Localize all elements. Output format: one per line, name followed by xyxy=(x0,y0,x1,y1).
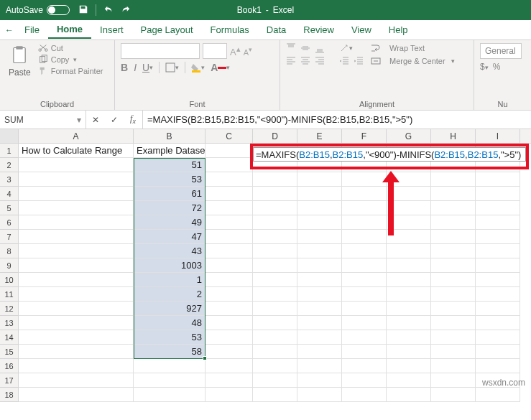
autosave-control[interactable]: AutoSave xyxy=(6,5,70,15)
cell[interactable] xyxy=(297,388,342,402)
cell[interactable] xyxy=(476,388,520,402)
cell[interactable] xyxy=(387,345,431,359)
cell[interactable] xyxy=(206,187,253,201)
cell[interactable] xyxy=(19,302,134,316)
cell[interactable] xyxy=(431,187,476,201)
tab-insert[interactable]: Insert xyxy=(91,22,132,38)
cell[interactable] xyxy=(134,373,206,388)
cell[interactable] xyxy=(206,215,253,230)
cell[interactable] xyxy=(206,373,253,388)
tab-view[interactable]: View xyxy=(343,22,380,38)
cell[interactable] xyxy=(253,187,297,201)
tab-file[interactable]: File xyxy=(16,22,48,38)
cell[interactable] xyxy=(134,359,206,373)
cell[interactable] xyxy=(387,359,431,373)
fill-color-button[interactable]: ▾ xyxy=(191,62,205,73)
tab-review[interactable]: Review xyxy=(295,22,343,38)
cell[interactable] xyxy=(431,244,476,258)
cell[interactable] xyxy=(253,373,297,388)
cell[interactable] xyxy=(387,373,431,388)
cell[interactable] xyxy=(297,373,342,388)
cell[interactable]: 72 xyxy=(134,201,206,215)
cell[interactable] xyxy=(342,330,387,345)
cell[interactable] xyxy=(19,158,134,172)
formula-input[interactable]: =MAXIFS(B2:B15,B2:B15,"<900")-MINIFS(B2:… xyxy=(143,111,531,129)
cell[interactable] xyxy=(206,244,253,258)
cell[interactable] xyxy=(297,330,342,345)
cell[interactable]: 51 xyxy=(134,158,206,172)
cell[interactable] xyxy=(387,273,431,287)
cell[interactable] xyxy=(206,345,253,359)
row-header[interactable]: 11 xyxy=(0,287,19,302)
row-header[interactable]: 7 xyxy=(0,230,19,244)
paste-button[interactable]: Paste xyxy=(6,43,34,98)
cell[interactable] xyxy=(476,316,520,330)
cell[interactable] xyxy=(206,359,253,373)
cell[interactable] xyxy=(342,287,387,302)
redo-icon[interactable] xyxy=(121,4,131,17)
cell[interactable] xyxy=(19,215,134,230)
cell[interactable] xyxy=(253,316,297,330)
cell[interactable] xyxy=(297,302,342,316)
cancel-formula-icon[interactable]: ✕ xyxy=(86,115,105,125)
cell[interactable] xyxy=(206,316,253,330)
spreadsheet-grid[interactable]: A B C D E F G H I 1 2 3 4 5 6 7 8 9 10 1… xyxy=(0,129,531,402)
cell[interactable] xyxy=(387,302,431,316)
cell[interactable] xyxy=(19,373,134,388)
tab-page-layout[interactable]: Page Layout xyxy=(132,22,202,38)
row-header[interactable]: 8 xyxy=(0,244,19,258)
cell[interactable] xyxy=(476,215,520,230)
cell[interactable] xyxy=(206,302,253,316)
cell[interactable] xyxy=(297,345,342,359)
cell[interactable] xyxy=(431,388,476,402)
cell[interactable] xyxy=(342,215,387,230)
row-header[interactable]: 10 xyxy=(0,273,19,287)
cell[interactable]: Example Dataset xyxy=(134,144,206,158)
cell[interactable] xyxy=(19,273,134,287)
tab-formulas[interactable]: Formulas xyxy=(202,22,258,38)
cell[interactable]: How to Calculate Range xyxy=(19,144,134,158)
cell[interactable] xyxy=(253,302,297,316)
decrease-font-icon[interactable]: A▾ xyxy=(244,45,252,57)
cell[interactable] xyxy=(431,215,476,230)
cell[interactable] xyxy=(431,330,476,345)
cell[interactable] xyxy=(297,316,342,330)
cell[interactable] xyxy=(431,172,476,187)
col-header[interactable]: D xyxy=(253,129,297,143)
cell[interactable] xyxy=(431,302,476,316)
cell[interactable] xyxy=(342,258,387,273)
cell[interactable] xyxy=(253,273,297,287)
cell[interactable] xyxy=(431,287,476,302)
cell[interactable] xyxy=(297,201,342,215)
col-header[interactable]: E xyxy=(297,129,342,143)
cell[interactable] xyxy=(206,158,253,172)
col-header[interactable]: I xyxy=(476,129,520,143)
autosave-toggle-icon[interactable] xyxy=(47,5,70,15)
cell[interactable] xyxy=(387,287,431,302)
format-painter-button[interactable]: Format Painter xyxy=(38,66,103,76)
cell[interactable] xyxy=(206,172,253,187)
cell[interactable] xyxy=(19,316,134,330)
cell[interactable] xyxy=(206,144,253,158)
cell[interactable] xyxy=(206,201,253,215)
cell[interactable] xyxy=(342,302,387,316)
cell[interactable] xyxy=(342,187,387,201)
row-header[interactable]: 15 xyxy=(0,345,19,359)
tab-home[interactable]: Home xyxy=(48,21,91,39)
cell[interactable] xyxy=(431,373,476,388)
cell[interactable] xyxy=(342,345,387,359)
cell[interactable] xyxy=(476,201,520,215)
cell[interactable] xyxy=(342,230,387,244)
align-bottom-icon[interactable] xyxy=(315,43,325,53)
cell[interactable] xyxy=(19,172,134,187)
align-top-icon[interactable] xyxy=(286,43,296,53)
cell[interactable] xyxy=(431,345,476,359)
active-cell-editor[interactable]: =MAXIFS(B2:B15,B2:B15,"<900")-MINIFS(B2:… xyxy=(253,147,526,162)
borders-button[interactable]: ▾ xyxy=(165,62,179,73)
row-header[interactable]: 6 xyxy=(0,215,19,230)
cell[interactable] xyxy=(297,287,342,302)
cell[interactable] xyxy=(387,316,431,330)
row-header[interactable]: 5 xyxy=(0,201,19,215)
cell[interactable] xyxy=(342,388,387,402)
cell[interactable] xyxy=(476,330,520,345)
